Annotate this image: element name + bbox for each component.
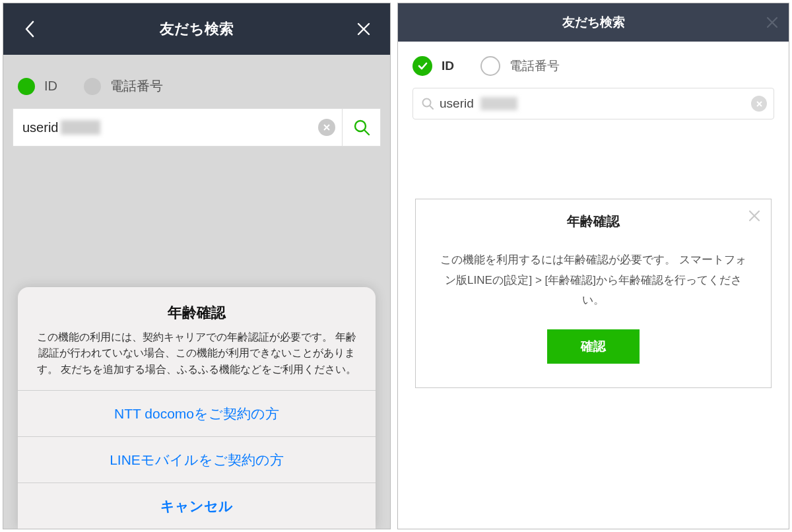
dialog-title: 年齢確認 — [567, 214, 620, 228]
search-row: userid — [13, 108, 381, 147]
radio-id[interactable] — [18, 78, 35, 95]
search-type-radio-group: ID 電話番号 — [13, 73, 381, 108]
action-sheet-option-line-mobile[interactable]: LINEモバイルをご契約の方 — [18, 436, 376, 482]
mobile-body: ID 電話番号 userid — [3, 55, 390, 147]
action-sheet-header: 年齢確認 この機能の利用には、契約キャリアでの年齢認証が必要です。 年齢認証が行… — [18, 287, 376, 390]
search-type-radio-group: ID 電話番号 — [412, 56, 774, 76]
action-sheet-title: 年齢確認 — [36, 303, 357, 323]
desktop-body: ID 電話番号 userid 年齢確認 この機能を利用するには年齢確認が必要です… — [398, 42, 789, 388]
close-button[interactable] — [765, 15, 779, 30]
redacted-text — [61, 120, 100, 135]
page-title: 友だち検索 — [562, 14, 625, 31]
back-button[interactable] — [20, 20, 39, 38]
close-icon — [748, 210, 760, 222]
search-icon — [421, 97, 434, 110]
dialog-message: この機能を利用するには年齢確認が必要です。 スマートフォン版LINEの[設定] … — [416, 248, 771, 329]
clear-input-button[interactable] — [751, 96, 767, 112]
action-sheet-cancel[interactable]: キャンセル — [18, 482, 376, 529]
redacted-text — [480, 97, 517, 110]
radio-id-label: ID — [44, 79, 57, 94]
radio-id-label: ID — [442, 59, 454, 73]
search-input[interactable]: userid — [412, 88, 774, 119]
close-icon — [323, 123, 331, 131]
close-icon — [356, 22, 371, 36]
age-verify-dialog: 年齢確認 この機能を利用するには年齢確認が必要です。 スマートフォン版LINEの… — [415, 199, 772, 388]
search-input-value: userid — [440, 96, 474, 111]
check-icon — [416, 60, 428, 72]
search-button[interactable] — [343, 108, 381, 147]
desktop-header: 友だち検索 — [398, 3, 789, 42]
close-icon — [756, 100, 763, 108]
search-input-value: userid — [22, 120, 58, 135]
radio-id[interactable] — [412, 56, 432, 76]
search-input[interactable]: userid — [13, 108, 343, 147]
dialog-close-button[interactable] — [747, 209, 762, 223]
action-sheet-message: この機能の利用には、契約キャリアでの年齢認証が必要です。 年齢認証が行われていな… — [36, 329, 357, 378]
action-sheet-option-docomo[interactable]: NTT docomoをご契約の方 — [18, 390, 376, 436]
dialog-header: 年齢確認 — [416, 199, 771, 248]
mobile-header: 友だち検索 — [3, 3, 390, 55]
chevron-left-icon — [24, 20, 36, 38]
mobile-screen: 友だち検索 ID 電話番号 userid 年齢確認 この機能の — [3, 3, 391, 529]
confirm-button[interactable]: 確認 — [547, 329, 640, 364]
clear-input-button[interactable] — [318, 119, 335, 136]
radio-phone[interactable] — [480, 56, 500, 76]
radio-phone[interactable] — [84, 78, 101, 95]
desktop-screen: 友だち検索 ID 電話番号 userid 年齢確認 — [397, 3, 789, 529]
page-title: 友だち検索 — [160, 19, 234, 39]
radio-phone-label: 電話番号 — [110, 77, 163, 95]
close-icon — [766, 17, 778, 28]
radio-phone-label: 電話番号 — [510, 57, 560, 75]
action-sheet: 年齢確認 この機能の利用には、契約キャリアでの年齢認証が必要です。 年齢認証が行… — [18, 287, 376, 529]
search-icon — [352, 118, 371, 137]
close-button[interactable] — [354, 20, 373, 38]
